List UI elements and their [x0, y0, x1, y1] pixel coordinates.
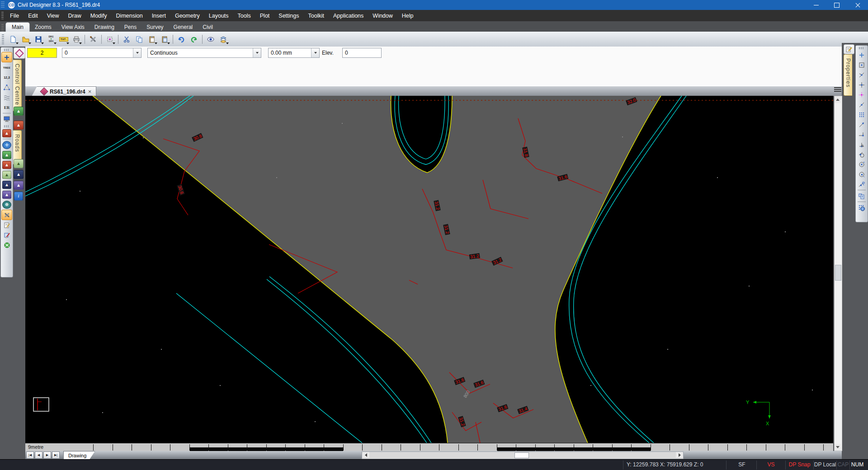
layer-combo[interactable]: 0	[62, 48, 142, 58]
paste-button[interactable]	[146, 33, 158, 46]
ribbon-tab-drawing[interactable]: Drawing	[90, 23, 119, 32]
menu-plot[interactable]: Plot	[255, 11, 274, 20]
import-drg-button[interactable]: DRG▼DR4	[45, 33, 57, 46]
terrain-dark-panel-tab[interactable]: ▲	[14, 170, 24, 179]
new-document-button[interactable]	[7, 33, 19, 46]
menu-applications[interactable]: Applications	[329, 11, 368, 20]
snap-nearest-button[interactable]	[857, 100, 867, 109]
close-button[interactable]	[847, 0, 868, 10]
menu-tools[interactable]: Tools	[233, 11, 255, 20]
terrain-light-panel-tab[interactable]: ▲	[14, 159, 24, 168]
coordinates-tool-button[interactable]: 12,3	[2, 73, 12, 82]
print-button[interactable]	[70, 33, 83, 46]
ribbon-tab-zooms[interactable]: Zooms	[30, 23, 57, 32]
linetype-dropdown-icon[interactable]	[253, 48, 261, 57]
next-sheet-button[interactable]: ▶	[43, 451, 51, 459]
scroll-up-button[interactable]	[835, 96, 841, 103]
menu-insert[interactable]: Insert	[147, 11, 170, 20]
snap-grid-cross-button[interactable]	[857, 90, 867, 99]
status-toggle-dp-snap[interactable]: DP Snap	[786, 461, 813, 468]
horizontal-scroll-thumb[interactable]	[514, 452, 529, 458]
info-panel-tab[interactable]: i	[14, 192, 23, 201]
snap-entity-button[interactable]	[857, 191, 867, 201]
maximize-button[interactable]	[826, 0, 847, 10]
scroll-left-button[interactable]	[362, 452, 369, 458]
web-globe-button[interactable]	[2, 240, 12, 250]
last-sheet-button[interactable]: ▶|	[52, 451, 60, 459]
vertical-scrollbar[interactable]	[834, 96, 842, 451]
survey-module-button[interactable]: ▲	[2, 150, 12, 160]
snap-endpoint-button[interactable]	[857, 130, 867, 139]
prev-sheet-button[interactable]: ◀	[35, 451, 42, 459]
menu-settings[interactable]: Settings	[274, 11, 303, 20]
display-monitor-button[interactable]	[2, 114, 12, 124]
status-toggle-cap[interactable]: CAP	[837, 461, 849, 468]
snap-point-button[interactable]	[857, 60, 867, 70]
menu-toolkit[interactable]: Toolkit	[303, 11, 328, 20]
drawing-canvas[interactable]: Y X 32.030.830.631.831.631.231.231.231.2…	[25, 96, 833, 443]
contours-tool-button[interactable]	[2, 93, 12, 102]
snap-grid-settings-button[interactable]	[857, 203, 867, 212]
edit-settings-button[interactable]	[2, 221, 12, 230]
menu-edit[interactable]: Edit	[24, 11, 42, 20]
snap-reference-button[interactable]	[857, 179, 867, 189]
lineweight-combo[interactable]: 0.00 mm	[268, 48, 320, 58]
draw-plus-button[interactable]	[1, 52, 12, 62]
menu-view[interactable]: View	[42, 11, 64, 20]
design-pencil-button[interactable]	[2, 230, 12, 240]
terrain-light-button[interactable]: ▲	[2, 170, 12, 179]
snap-intersection-button[interactable]	[857, 70, 867, 80]
properties-tab[interactable]: Properties	[844, 54, 852, 96]
menu-window[interactable]: Window	[368, 11, 397, 20]
snap-free-button[interactable]	[857, 50, 867, 60]
drive-tool-button[interactable]: ☸	[2, 200, 12, 209]
tools-options-button[interactable]	[87, 33, 99, 46]
status-toggle-dp-local[interactable]: DP Local	[814, 461, 836, 468]
ribbon-tab-survey[interactable]: Survey	[142, 23, 168, 32]
er-tool-button[interactable]: ER	[2, 103, 12, 112]
ribbon-tab-main[interactable]: Main	[5, 22, 30, 32]
ribbon-tab-pens[interactable]: Pens	[119, 23, 142, 32]
open-file-button[interactable]	[19, 33, 32, 46]
snap-quadrant-button[interactable]	[857, 169, 867, 179]
ribbon-tab-civil[interactable]: Civil	[198, 23, 218, 32]
pen-number-field[interactable]: 2	[27, 48, 57, 58]
properties-tab-icon-button[interactable]	[844, 44, 854, 54]
layer-dropdown-icon[interactable]	[133, 48, 141, 57]
undo-button[interactable]	[175, 33, 188, 46]
lineweight-dropdown-icon[interactable]	[311, 48, 319, 57]
document-close-icon[interactable]: ×	[88, 88, 92, 95]
snap-perpendicular-button[interactable]	[857, 140, 867, 149]
snap-midpoint-button[interactable]	[857, 80, 867, 89]
menu-layouts[interactable]: Layouts	[204, 11, 233, 20]
sheet-tab-drawing[interactable]: Drawing	[63, 451, 95, 459]
navigator-button[interactable]: ✛	[2, 140, 12, 150]
copy-button[interactable]	[133, 33, 146, 46]
menu-file[interactable]: File	[5, 11, 24, 20]
terrain-purple-panel-tab[interactable]: ▲	[14, 181, 24, 190]
horizontal-scrollbar[interactable]	[362, 451, 684, 459]
survey-panel-tab[interactable]: ▲	[14, 107, 24, 116]
menu-dimension[interactable]: Dimension	[112, 11, 147, 20]
terrain-dark-button[interactable]: ▲	[2, 180, 12, 189]
snap-center-button[interactable]	[857, 160, 867, 169]
vertical-scroll-thumb[interactable]	[835, 265, 841, 281]
roads-module-button[interactable]: ▲	[2, 160, 12, 169]
elevation-field[interactable]: 0	[342, 48, 382, 58]
save-file-button[interactable]	[32, 33, 45, 46]
scroll-down-button[interactable]	[835, 444, 841, 451]
menu-help[interactable]: Help	[397, 11, 418, 20]
status-toggle-vs[interactable]: VS	[757, 461, 785, 468]
tree-tool-button[interactable]: TREE	[2, 63, 12, 72]
redo-button[interactable]	[188, 33, 200, 46]
document-tab[interactable]: RS61_196.dr4 ×	[32, 86, 96, 96]
scroll-right-button[interactable]	[676, 452, 683, 458]
linetype-combo[interactable]: Continuous	[147, 48, 261, 58]
active-tools-button[interactable]	[1, 210, 12, 220]
control-centre-tab[interactable]: Control Centre	[13, 60, 22, 111]
first-sheet-button[interactable]: |◀	[26, 451, 34, 459]
snap-tangent-button[interactable]	[857, 150, 867, 159]
layers-button[interactable]	[217, 33, 230, 46]
menu-geometry[interactable]: Geometry	[170, 11, 204, 20]
tin-triangle-button[interactable]	[2, 83, 12, 92]
